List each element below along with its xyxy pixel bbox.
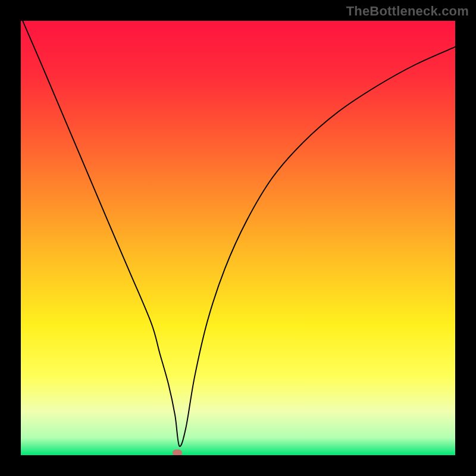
min-marker	[173, 450, 182, 455]
watermark-text: TheBottleneck.com	[346, 4, 469, 19]
chart-container: TheBottleneck.com	[0, 0, 476, 476]
plot-area	[21, 21, 455, 455]
chart-svg	[21, 21, 455, 455]
